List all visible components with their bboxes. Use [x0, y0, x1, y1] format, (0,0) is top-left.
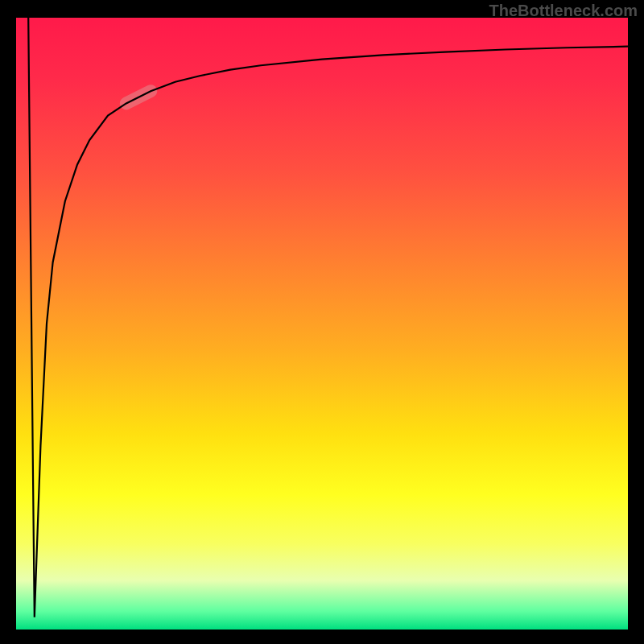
bottleneck-curve: [28, 18, 628, 617]
plot-area: [16, 18, 628, 630]
chart-frame: TheBottleneck.com: [0, 0, 644, 644]
curve-layer: [16, 18, 628, 630]
